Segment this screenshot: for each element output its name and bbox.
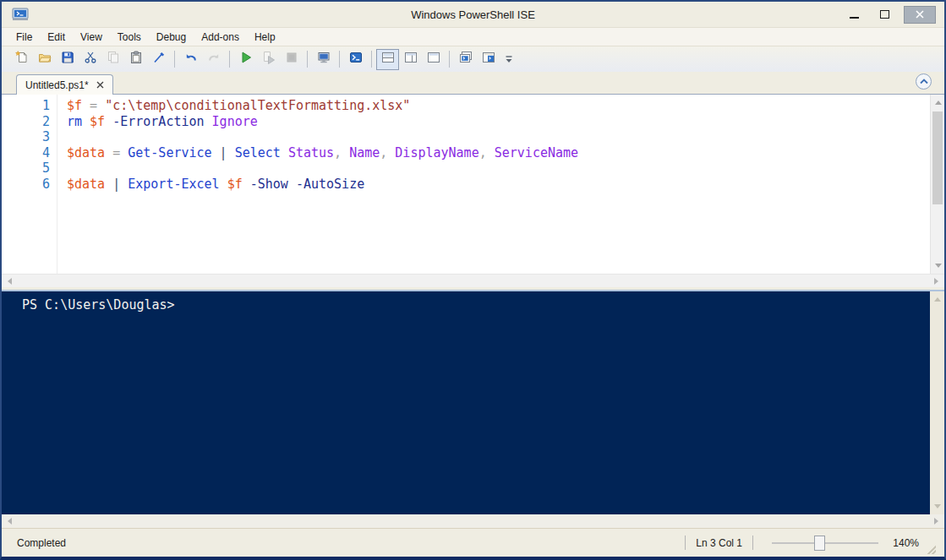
menu-help[interactable]: Help: [247, 29, 283, 46]
script-tab-label: Untitled5.ps1*: [25, 79, 89, 91]
undo-button[interactable]: [179, 49, 202, 70]
script-tab[interactable]: Untitled5.ps1*: [16, 74, 113, 95]
copy-icon: [107, 51, 120, 68]
copy-button: [101, 49, 124, 70]
code-token-op: ,: [380, 145, 395, 160]
console-pane[interactable]: PS C:\Users\Douglas>: [2, 290, 944, 528]
start-powershell-button[interactable]: [344, 49, 367, 70]
code-token-arg: DisplayName: [395, 145, 478, 160]
chevron-up-icon: [920, 79, 928, 84]
undo-icon: [184, 51, 198, 68]
close-icon: [916, 10, 924, 19]
code-token-pln: [82, 114, 90, 129]
zoom-slider[interactable]: [772, 535, 878, 552]
editor-scrollbar-thumb[interactable]: [932, 111, 943, 204]
show-script-pane-maximized-icon: [427, 51, 440, 68]
open-script-button[interactable]: [33, 49, 56, 70]
scroll-down-arrow-icon[interactable]: [935, 264, 942, 268]
scroll-left-arrow-icon[interactable]: [8, 278, 12, 285]
show-script-pane-maximized-button[interactable]: [422, 49, 445, 70]
code-line[interactable]: $f = "c:\temp\conditionalTextFormatting.…: [67, 98, 930, 114]
code-token-arg: Name: [349, 145, 380, 160]
code-line[interactable]: $data | Export-Excel $f -Show -AutoSize: [67, 177, 930, 193]
editor-horizontal-scrollbar[interactable]: [2, 274, 944, 287]
new-remote-powershell-tab-button[interactable]: [312, 49, 335, 70]
toolbar-separator: [339, 51, 340, 68]
open-script-icon: [38, 51, 52, 68]
show-powershell-window-button[interactable]: [477, 49, 500, 70]
code-line[interactable]: rm $f -ErrorAction Ignore: [67, 114, 930, 130]
redo-button: [202, 49, 225, 70]
console-horizontal-scrollbar[interactable]: [2, 514, 944, 528]
line-number: 3: [2, 129, 50, 145]
title-bar: Windows PowerShell ISE: [2, 2, 944, 27]
script-code-area[interactable]: $f = "c:\temp\conditionalTextFormatting.…: [57, 95, 930, 274]
menu-view[interactable]: View: [73, 29, 110, 46]
collapse-script-pane-button[interactable]: [916, 73, 932, 90]
status-bar: Completed Ln 3 Col 1 140%: [2, 528, 944, 557]
console-vertical-scrollbar[interactable]: [930, 291, 944, 514]
code-token-arg: ServiceName: [495, 145, 578, 160]
save-script-button[interactable]: [56, 49, 79, 70]
code-token-pln: [288, 177, 296, 192]
show-script-pane-right-button[interactable]: [399, 49, 422, 70]
console-scroll-right-icon[interactable]: [934, 518, 938, 525]
cut-button[interactable]: [79, 49, 101, 70]
console-scroll-left-icon[interactable]: [8, 518, 12, 525]
scroll-right-arrow-icon[interactable]: [934, 278, 938, 285]
script-editor-pane[interactable]: 123456 $f = "c:\temp\conditionalTextForm…: [2, 94, 944, 287]
toolbar: [2, 46, 944, 72]
toolbar-separator: [307, 51, 308, 68]
code-line[interactable]: $data = Get-Service | Select Status, Nam…: [67, 145, 930, 161]
console-prompt[interactable]: PS C:\Users\Douglas>: [2, 291, 930, 514]
resize-grip[interactable]: [926, 544, 936, 554]
minimize-button[interactable]: [843, 6, 865, 23]
code-line[interactable]: [67, 160, 930, 177]
toolbar-separator: [371, 51, 372, 68]
code-token-pln: [243, 177, 250, 192]
menu-tools[interactable]: Tools: [110, 29, 149, 46]
tab-strip: Untitled5.ps1*: [2, 72, 944, 94]
line-number: 2: [2, 114, 50, 130]
menu-edit[interactable]: Edit: [40, 29, 73, 46]
new-powershell-tab-button[interactable]: [454, 49, 477, 70]
toolbar-overflow-button[interactable]: [501, 49, 517, 70]
stop-operation-button: [280, 49, 303, 70]
run-script-button[interactable]: [234, 49, 257, 70]
code-token-op: =: [82, 98, 105, 113]
console-scroll-up-icon[interactable]: [934, 297, 941, 302]
run-selection-icon: [262, 51, 276, 68]
paste-button[interactable]: [124, 49, 147, 70]
code-token-var: $f: [227, 177, 243, 192]
zoom-slider-thumb[interactable]: [814, 536, 825, 551]
paste-icon: [129, 51, 143, 68]
menu-file[interactable]: File: [8, 29, 40, 46]
scroll-up-arrow-icon[interactable]: [935, 101, 942, 105]
cut-icon: [84, 51, 97, 68]
code-token-op: ,: [479, 145, 495, 160]
show-script-pane-top-icon: [381, 51, 395, 68]
code-line[interactable]: [67, 129, 930, 145]
console-scroll-down-icon[interactable]: [934, 504, 941, 508]
menu-addons[interactable]: Add-ons: [194, 29, 247, 46]
statusbar-separator: [685, 536, 686, 550]
menu-debug[interactable]: Debug: [149, 29, 194, 46]
new-remote-powershell-tab-icon: [317, 51, 331, 68]
clear-console-pane-button[interactable]: [147, 49, 170, 70]
new-script-button[interactable]: [10, 49, 33, 70]
editor-vertical-scrollbar[interactable]: [930, 95, 944, 274]
line-number-gutter: 123456: [2, 95, 57, 274]
code-token-pln: [205, 114, 212, 129]
code-token-param: -Show: [250, 177, 288, 192]
status-text: Completed: [17, 537, 675, 549]
code-token-arg: Status: [288, 145, 334, 160]
maximize-button[interactable]: [873, 6, 895, 23]
run-script-icon: [239, 51, 253, 68]
close-button[interactable]: [904, 6, 936, 24]
show-powershell-window-icon: [482, 51, 495, 68]
show-script-pane-top-button[interactable]: [376, 49, 399, 70]
code-token-arg: Ignore: [212, 114, 258, 129]
toolbar-separator: [449, 51, 450, 68]
tab-close-icon[interactable]: [96, 81, 104, 89]
redo-icon: [207, 51, 221, 68]
